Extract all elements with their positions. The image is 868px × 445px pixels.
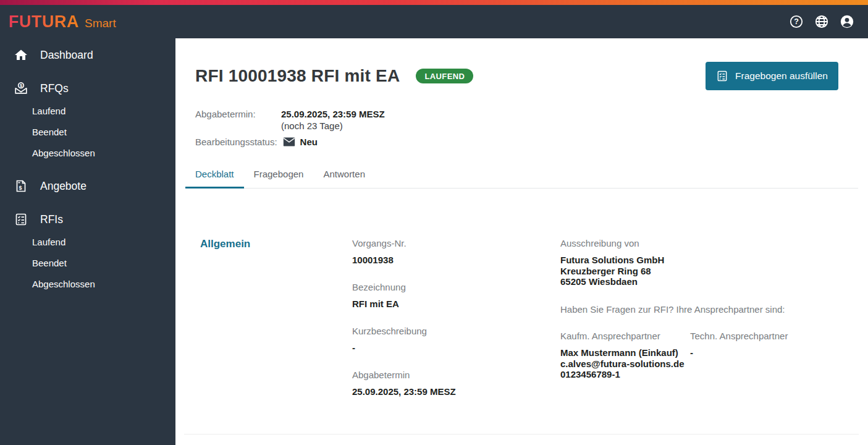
rfi-subnav: Laufend Beendet Abgeschlossen [0, 231, 175, 294]
general-fields-column: Vorgangs-Nr. 10001938 Bezeichnung RFI mi… [352, 238, 560, 413]
app-logo[interactable]: FUTURA Smart [9, 12, 116, 32]
page-header: RFI 10001938 RFI mit EA LAUFEND Fra [175, 38, 868, 90]
sidebar-item-angebote[interactable]: $ Angebote [0, 169, 175, 203]
sidebar-nav: Dashboard $ RFQs Laufend Beendet Abgesch… [0, 38, 175, 445]
bottom-divider [184, 434, 859, 434]
contact-label: Kaufm. Ansprechpartner [560, 331, 690, 341]
section-heading-column: Allgemein [200, 238, 352, 413]
fill-questionnaire-label: Fragebogen ausfüllen [735, 70, 828, 82]
sidebar-subitem-rfi-abgeschlossen[interactable]: Abgeschlossen [0, 273, 175, 294]
language-globe-icon[interactable] [814, 14, 829, 29]
tab-bar: Deckblatt Fragebogen Antworten [185, 161, 858, 189]
contact-value: Max Mustermann (Einkauf) c.alves@futura-… [560, 347, 690, 380]
deadline-note: (noch 23 Tage) [281, 121, 385, 131]
tab-fragebogen[interactable]: Fragebogen [244, 161, 314, 189]
field-abgabetermin: Abgabetermin 25.09.2025, 23:59 MESZ [352, 370, 560, 397]
field-vorgangs-nr: Vorgangs-Nr. 10001938 [352, 238, 560, 265]
sidebar-subitem-rfq-laufend[interactable]: Laufend [0, 100, 175, 121]
field-bezeichnung: Bezeichnung RFI mit EA [352, 282, 560, 309]
deadline-row: Abgabetermin: 25.09.2025, 23:59 MESZ (no… [195, 109, 848, 131]
subitem-label: Laufend [32, 237, 65, 247]
mail-icon [283, 137, 295, 147]
sidebar-subitem-rfi-laufend[interactable]: Laufend [0, 231, 175, 252]
meta-block: Abgabetermin: 25.09.2025, 23:59 MESZ (no… [175, 90, 868, 147]
app-window: FUTURA Smart ? Dashboard [0, 0, 868, 445]
brand-gradient-stripe [0, 0, 868, 5]
contacts-row: Kaufm. Ansprechpartner Max Mustermann (E… [560, 331, 848, 380]
tab-deckblatt[interactable]: Deckblatt [185, 161, 244, 189]
account-icon[interactable] [840, 14, 854, 29]
deckblatt-sheet: Allgemein Vorgangs-Nr. 10001938 Bezeichn… [175, 189, 868, 413]
issuer-label: Ausschreibung von [560, 238, 848, 248]
field-value: 10001938 [352, 255, 560, 265]
sidebar-item-label: RFQs [40, 82, 69, 95]
sidebar-item-label: RFIs [40, 213, 63, 226]
section-heading: Allgemein [200, 238, 352, 250]
deadline-value: 25.09.2025, 23:59 MESZ [281, 109, 385, 119]
page-title: RFI 10001938 RFI mit EA [195, 66, 400, 86]
contact-label: Techn. Ansprechpartner [690, 331, 848, 341]
contact-value: - [690, 347, 848, 358]
field-value: RFI mit EA [352, 299, 560, 309]
top-bar: FUTURA Smart ? [0, 5, 868, 38]
sidebar-item-label: Angebote [40, 180, 86, 193]
sidebar-subitem-rfi-beendet[interactable]: Beendet [0, 252, 175, 273]
rfq-subnav: Laufend Beendet Abgeschlossen [0, 100, 175, 163]
field-label: Bezeichnung [352, 282, 560, 292]
rfq-envelope-dollar-icon: $ [14, 81, 28, 96]
subitem-label: Abgeschlossen [32, 148, 95, 158]
field-label: Kurzbeschreibung [352, 326, 560, 336]
home-icon [14, 48, 28, 62]
subitem-label: Beendet [32, 258, 67, 268]
questionnaire-checklist-icon [716, 70, 728, 82]
subitem-label: Laufend [32, 106, 65, 116]
status-badge: LAUFEND [416, 69, 473, 83]
logo-secondary-text: Smart [85, 17, 116, 30]
deadline-label: Abgabetermin: [195, 109, 281, 131]
fill-questionnaire-button[interactable]: Fragebogen ausfüllen [706, 62, 838, 90]
field-label: Vorgangs-Nr. [352, 238, 560, 248]
help-icon[interactable]: ? [789, 14, 804, 29]
offer-receipt-dollar-icon: $ [14, 179, 28, 193]
rfi-checklist-icon [14, 212, 28, 227]
field-value: 25.09.2025, 23:59 MESZ [352, 386, 560, 397]
subitem-label: Abgeschlossen [32, 279, 95, 289]
field-value: - [352, 342, 560, 353]
processing-status-value: Neu [300, 137, 318, 147]
status-row: Bearbeitungsstatus: Neu [195, 137, 848, 147]
issuer-column: Ausschreibung von Futura Solutions GmbH … [560, 238, 848, 413]
svg-text:$: $ [19, 185, 22, 191]
subitem-label: Beendet [32, 127, 67, 137]
contact-question: Haben Sie Fragen zur RFI? Ihre Ansprechp… [560, 304, 848, 315]
topbar-icon-group: ? [789, 14, 854, 29]
main-content: RFI 10001938 RFI mit EA LAUFEND Fra [175, 38, 868, 445]
sidebar-subitem-rfq-abgeschlossen[interactable]: Abgeschlossen [0, 142, 175, 163]
commercial-contact: Kaufm. Ansprechpartner Max Mustermann (E… [560, 331, 690, 380]
processing-status-label: Bearbeitungsstatus: [195, 137, 277, 147]
tab-antworten[interactable]: Antworten [313, 161, 375, 189]
field-kurzbeschreibung: Kurzbeschreibung - [352, 326, 560, 353]
field-label: Abgabetermin [352, 370, 560, 380]
logo-primary-text: FUTURA [9, 12, 79, 32]
deadline-value-group: 25.09.2025, 23:59 MESZ (noch 23 Tage) [281, 109, 385, 131]
sidebar-subitem-rfq-beendet[interactable]: Beendet [0, 121, 175, 142]
sidebar-item-dashboard[interactable]: Dashboard [0, 38, 175, 72]
svg-text:?: ? [794, 17, 799, 26]
technical-contact: Techn. Ansprechpartner - [690, 331, 848, 380]
issuer-address: Futura Solutions GmbH Kreuzberger Ring 6… [560, 255, 848, 287]
sidebar-item-label: Dashboard [40, 49, 93, 62]
